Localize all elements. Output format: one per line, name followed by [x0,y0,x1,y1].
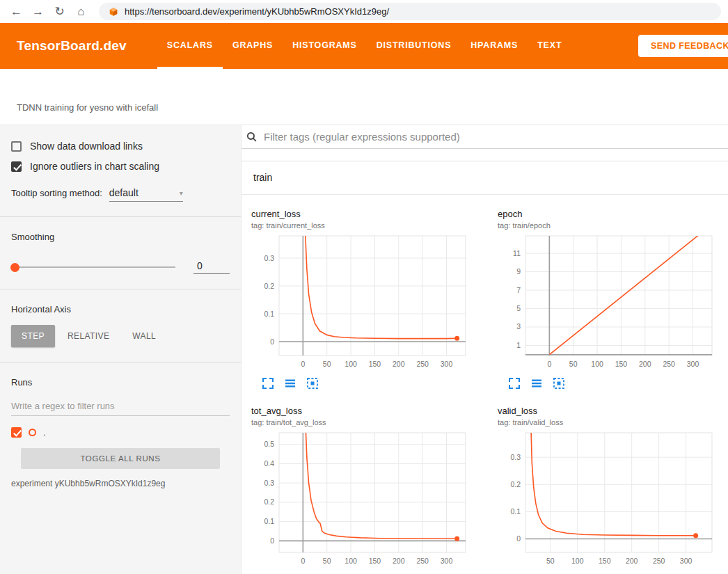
svg-text:150: 150 [615,360,628,368]
svg-text:0: 0 [547,360,551,368]
svg-text:0: 0 [301,557,305,565]
svg-text:0.2: 0.2 [264,282,274,290]
chart-epoch: epoch tag: train/epoch 05010015020025030… [498,209,727,390]
line-chart[interactable]: 0501001502002503001357911 [498,234,715,372]
svg-text:0.3: 0.3 [264,479,274,487]
send-feedback-button[interactable]: SEND FEEDBACK [638,35,728,57]
run-name: . [43,427,46,438]
svg-text:0: 0 [270,337,274,346]
y-axis-mode-icon[interactable] [530,377,543,390]
reload-icon[interactable]: ↻ [50,2,69,21]
svg-text:200: 200 [626,557,638,565]
svg-text:300: 300 [687,360,699,368]
smoothing-slider[interactable] [11,266,175,268]
chart-title: tot_avg_loss [251,406,481,416]
svg-text:100: 100 [345,557,357,565]
show-download-label[interactable]: Show data download links [30,141,143,152]
group-title[interactable]: train [242,161,728,195]
svg-text:0: 0 [301,360,305,368]
browser-chrome: ← → ↻ ⌂ https://tensorboard.dev/experime… [0,0,728,23]
chart-toolbar [261,377,481,390]
svg-text:250: 250 [663,360,675,368]
svg-text:250: 250 [653,557,665,565]
svg-text:300: 300 [441,360,453,368]
tab-scalars[interactable]: SCALARS [157,23,223,69]
search-icon [246,131,258,143]
svg-text:0: 0 [516,534,521,543]
runs-filter-input[interactable] [11,396,230,416]
svg-text:0.3: 0.3 [264,254,274,262]
svg-text:50: 50 [323,557,331,565]
tooltip-sorting-select[interactable]: default ▾ [109,187,183,202]
axis-step-button[interactable]: STEP [11,325,55,347]
toggle-all-runs-button[interactable]: TOGGLE ALL RUNS [21,448,220,469]
divider [0,362,241,362]
address-bar[interactable]: https://tensorboard.dev/experiment/yKUbh… [99,3,721,20]
svg-text:100: 100 [571,557,584,565]
svg-text:0.2: 0.2 [264,497,274,506]
forward-icon[interactable]: → [29,2,47,21]
svg-text:200: 200 [393,557,405,565]
chart-current-loss: current_loss tag: train/current_loss 050… [251,209,481,390]
back-icon[interactable]: ← [7,2,26,21]
chevron-down-icon: ▾ [180,189,183,197]
horizontal-axis-toggle: STEP RELATIVE WALL [11,325,230,347]
chart-valid-loss: valid_loss tag: train/valid_loss 5010015… [498,406,727,574]
svg-text:0.4: 0.4 [264,459,274,468]
svg-text:0: 0 [270,536,274,545]
smoothing-value-input[interactable]: 0 [193,260,230,274]
svg-text:11: 11 [513,249,521,257]
svg-text:300: 300 [680,557,693,565]
tab-distributions[interactable]: DISTRIBUTIONS [367,23,461,69]
fit-domain-icon[interactable] [552,377,565,390]
tab-hparams[interactable]: HPARAMS [461,23,528,69]
fit-domain-icon[interactable] [306,377,319,390]
main-nav: SCALARS GRAPHS HISTOGRAMS DISTRIBUTIONS … [157,23,571,69]
line-chart[interactable]: 5010015020025030000.10.20.3 [498,431,715,568]
axis-relative-button[interactable]: RELATIVE [57,325,120,347]
chart-title: valid_loss [498,406,727,416]
svg-text:0.1: 0.1 [264,310,274,318]
svg-text:50: 50 [546,557,555,565]
tab-histograms[interactable]: HISTOGRAMS [283,23,367,69]
svg-text:0.1: 0.1 [264,517,274,525]
svg-text:150: 150 [599,557,611,565]
expand-chart-icon[interactable] [261,377,274,390]
expand-chart-icon[interactable] [507,377,521,390]
ignore-outliers-label[interactable]: Ignore outliers in chart scaling [30,161,159,172]
tab-graphs[interactable]: GRAPHS [223,23,283,69]
charts-grid: current_loss tag: train/current_loss 050… [242,195,728,574]
home-icon[interactable]: ⌂ [72,2,90,21]
tooltip-sorting-label: Tooltip sorting method: [11,188,102,198]
scalars-main: Filter tags (regular expressions support… [242,125,728,574]
brand-logo[interactable]: TensorBoard.dev [17,38,127,54]
show-download-checkbox[interactable] [11,141,22,152]
tag-filter-input[interactable]: Filter tags (regular expressions support… [242,125,728,149]
svg-text:100: 100 [591,360,603,368]
smoothing-slider-thumb[interactable] [10,263,19,272]
tensorboard-favicon-icon [109,7,118,17]
tab-text[interactable]: TEXT [528,23,571,69]
line-chart[interactable]: 05010015020025030000.10.20.3 [251,234,468,372]
svg-text:9: 9 [516,267,521,276]
svg-text:300: 300 [441,557,453,565]
line-chart[interactable]: 05010015020025030000.10.20.30.40.5 [251,431,468,568]
svg-text:250: 250 [416,557,429,565]
svg-text:150: 150 [369,360,381,368]
chart-tag: tag: train/epoch [498,221,727,230]
chart-title: epoch [498,209,727,219]
axis-wall-button[interactable]: WALL [122,325,166,347]
svg-text:200: 200 [393,360,405,368]
divider [0,289,241,289]
svg-text:0.2: 0.2 [510,480,521,488]
smoothing-label: Smoothing [11,232,230,242]
run-checkbox[interactable] [11,427,22,438]
svg-text:0.5: 0.5 [264,440,274,448]
tooltip-sorting-value: default [109,187,139,198]
svg-text:5: 5 [516,304,521,312]
runs-label: Runs [11,377,230,388]
chart-toolbar [507,377,727,390]
svg-text:3: 3 [516,322,521,330]
y-axis-mode-icon[interactable] [283,377,296,390]
ignore-outliers-checkbox[interactable] [11,161,22,172]
